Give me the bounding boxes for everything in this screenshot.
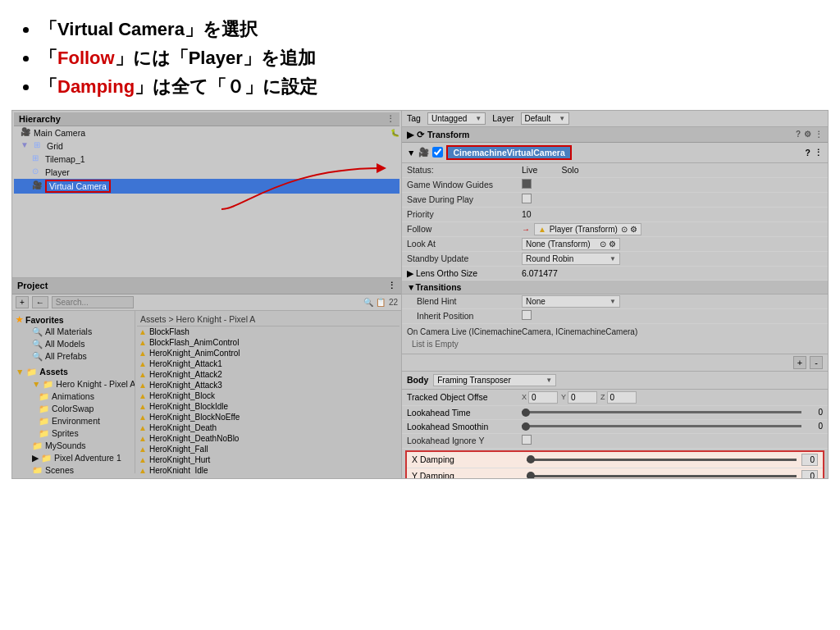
remove-button[interactable]: - (810, 356, 823, 369)
grid-label: Grid (47, 141, 63, 151)
asset-anim-icon: ▲ (139, 434, 147, 443)
follow-value: → ▲ Player (Transform) ⊙ ⚙ (522, 223, 823, 235)
asset-item[interactable]: ▲HeroKnight_Hurt (137, 454, 399, 465)
look-at-settings-icon[interactable]: ⚙ (609, 240, 616, 249)
add-button[interactable]: + (16, 296, 29, 308)
tracked-x-input[interactable]: 0 (528, 391, 558, 404)
tracked-z-field: Z 0 (600, 391, 637, 404)
inherit-position-checkbox[interactable] (522, 310, 532, 320)
transform-menu-icon[interactable]: ⋮ (815, 130, 823, 139)
lookahead-ignore-checkbox[interactable] (522, 435, 532, 445)
tracked-x-label: X (522, 393, 527, 401)
project-search-input[interactable] (52, 296, 134, 308)
follow-settings-icon[interactable]: ⚙ (630, 225, 637, 234)
inspector-top-bar: Tag Untagged ▼ Layer Default ▼ (402, 111, 828, 127)
look-at-target-icon[interactable]: ⊙ (600, 240, 606, 249)
scenes-item[interactable]: 📁 Scenes (14, 464, 133, 473)
game-window-checkbox[interactable] (522, 179, 532, 189)
vcam-section-header: ▼ 🎥 CinemachineVirtualCamera ? ⋮ (402, 143, 828, 163)
lookahead-time-slider[interactable] (522, 411, 801, 413)
tracked-y-input[interactable]: 0 (568, 391, 597, 404)
lens-row: ▶ Lens Ortho Size 6.071477 (402, 267, 828, 281)
lookahead-smooth-label: Lookahead Smoothin (407, 422, 522, 431)
hero-knight-item[interactable]: ▼ 📁 Hero Knight - Pixel A (14, 378, 133, 390)
hierarchy-item-player[interactable]: ⊙ Player (14, 166, 399, 179)
standby-arrow-icon: ▼ (609, 255, 616, 262)
asset-item[interactable]: ▲BlockFlash_AnimControl (137, 337, 399, 348)
sprites-item[interactable]: 📁 Sprites (14, 427, 133, 440)
tracked-object-row: Tracked Object Offse X 0 Y 0 Z 0 (402, 390, 828, 406)
asset-anim-icon: ▲ (139, 370, 147, 379)
transform-help-icon[interactable]: ? (796, 130, 801, 139)
mysounds-item[interactable]: 📁 MySounds (14, 440, 133, 452)
tracked-y-field: Y 0 (561, 391, 597, 404)
add-button[interactable]: + (793, 356, 806, 369)
all-prefabs-item[interactable]: 🔍 All Prefabs (14, 350, 133, 363)
asset-item[interactable]: ▲HeroKnight_AnimControl (137, 348, 399, 358)
lookahead-smooth-slider[interactable] (522, 425, 801, 427)
asset-item[interactable]: ▲HeroKnight_Block (137, 390, 399, 401)
layer-dropdown[interactable]: Default ▼ (521, 112, 570, 125)
asset-item[interactable]: ▲HeroKnight_DeathNoBlo (137, 433, 399, 444)
asset-item[interactable]: ▲HeroKnight_BlockIdle (137, 401, 399, 412)
tracked-y-label: Y (561, 393, 566, 401)
hierarchy-header-label: Hierarchy (19, 114, 61, 124)
asset-item[interactable]: ▲BlockFlash (137, 326, 399, 337)
vcam-name-box: CinemachineVirtualCamera (446, 145, 571, 160)
asset-anim-icon: ▲ (139, 402, 147, 411)
tag-label: Tag (407, 113, 421, 123)
hierarchy-item-tilemap[interactable]: ⊞ Tilemap_1 (14, 153, 399, 166)
asset-item[interactable]: ▲HeroKnight_Idle (137, 465, 399, 473)
hierarchy-item-virtual-camera[interactable]: 🎥 Virtual Camera (14, 179, 399, 194)
look-at-box[interactable]: None (Transform) ⊙ ⚙ (522, 238, 620, 250)
hierarchy-header-icons: ⋮ (386, 114, 395, 123)
asset-item[interactable]: ▲HeroKnight_BlockNoEffe (137, 412, 399, 422)
standby-dropdown[interactable]: Round Robin ▼ (522, 253, 620, 265)
body-dropdown[interactable]: Framing Transposer ▼ (433, 374, 556, 386)
project-count: 22 (389, 298, 398, 307)
grid-icon: ▼ (21, 140, 32, 152)
inherit-position-value (522, 310, 823, 322)
asset-item[interactable]: ▲HeroKnight_Attack3 (137, 380, 399, 390)
vcam-enabled-checkbox[interactable] (432, 147, 443, 158)
hierarchy-item-main-camera[interactable]: 🎥 Main Camera 🐛 (14, 126, 399, 139)
arrow-left-button[interactable]: ← (32, 296, 48, 308)
lens-value: 6.071477 (522, 268, 823, 278)
transform-settings-icon[interactable]: ⚙ (804, 130, 811, 139)
asset-item[interactable]: ▲HeroKnight_Attack2 (137, 369, 399, 380)
asset-anim-icon: ▲ (139, 338, 147, 347)
asset-item[interactable]: ▲HeroKnight_Fall (137, 444, 399, 454)
save-during-play-checkbox[interactable] (522, 194, 532, 203)
standby-label: Standby Update (407, 253, 522, 263)
follow-label: Follow (407, 224, 522, 234)
asset-item[interactable]: ▲HeroKnight_Attack1 (137, 358, 399, 369)
follow-arrow-indicator: → (522, 225, 530, 234)
tracked-x-field: X 0 (522, 391, 558, 404)
vcam-menu-icon[interactable]: ⋮ (814, 148, 823, 158)
x-damping-slider[interactable] (527, 459, 797, 461)
y-damping-slider[interactable] (527, 475, 797, 477)
lookahead-ignore-value (522, 435, 823, 446)
lookahead-smooth-row: Lookahead Smoothin 0 (402, 420, 828, 434)
hierarchy-item-grid[interactable]: ▼ ⊞ Grid (14, 139, 399, 153)
asset-anim-icon: ▲ (139, 381, 147, 390)
transform-icon: ⟳ (417, 130, 424, 139)
all-materials-item[interactable]: 🔍 All Materials (14, 326, 133, 338)
vcam-help-icon[interactable]: ? (806, 148, 810, 158)
follow-player-box[interactable]: ▲ Player (Transform) ⊙ ⚙ (534, 223, 641, 235)
follow-target-icon[interactable]: ⊙ (621, 225, 628, 234)
inherit-position-row: Inherit Position (402, 309, 828, 324)
blend-hint-dropdown[interactable]: None ▼ (522, 295, 620, 308)
colorswap-item[interactable]: 📁 ColorSwap (14, 403, 133, 415)
animations-item[interactable]: 📁 Animations (14, 390, 133, 403)
tag-arrow-icon: ▼ (475, 115, 482, 122)
all-models-item[interactable]: 🔍 All Models (14, 338, 133, 350)
environment-item[interactable]: 📁 Environment (14, 415, 133, 427)
asset-item[interactable]: ▲HeroKnight_Death (137, 422, 399, 433)
tag-dropdown[interactable]: Untagged ▼ (427, 112, 486, 125)
pixel-adv-item[interactable]: ▶ 📁 Pixel Adventure 1 (14, 452, 133, 464)
project-toolbar[interactable]: + ← 🔍 📋 22 (12, 294, 401, 311)
tracked-z-input[interactable]: 0 (607, 391, 637, 404)
follow-row: Follow → ▲ Player (Transform) ⊙ ⚙ (402, 222, 828, 237)
lens-collapse-icon: ▶ (407, 268, 413, 278)
